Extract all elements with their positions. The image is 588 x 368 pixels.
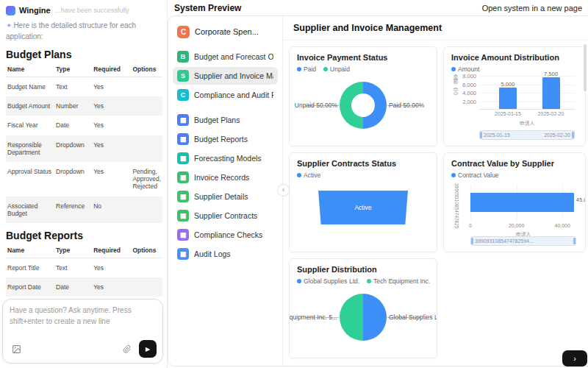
legend-item[interactable]: Amount — [451, 66, 479, 73]
legend-label: Global Supplies Ltd. — [304, 277, 359, 285]
legend-item[interactable]: Active — [297, 171, 320, 179]
brand-row: Wingine …have been successfully — [6, 4, 162, 16]
sidebar-item-corporate-spen[interactable]: CCorporate Spen... — [173, 23, 278, 40]
legend-item[interactable]: Global Supplies Ltd. — [297, 277, 359, 285]
table-icon: ▦ — [177, 152, 189, 164]
table-row: Report DateDateYes — [6, 277, 162, 297]
legend-dot-icon — [297, 279, 301, 283]
sidebar-collapse-button[interactable]: ‹ — [277, 184, 290, 197]
sidebar-item-invoice-records[interactable]: ▦Invoice Records — [173, 169, 278, 186]
value-label: 5,000 — [501, 81, 515, 88]
legend-item[interactable]: Tech Equipment Inc. — [367, 277, 430, 285]
legend-dot-icon — [297, 173, 301, 177]
chart-legend: Amount — [451, 66, 578, 73]
assistant-note-fragment: …have been successfully — [54, 7, 129, 14]
table-cell: Dropdown — [54, 135, 92, 162]
table-row: Responsible DepartmentDropdownYes — [6, 135, 162, 162]
sidebar-item-compliance-and-audit-repor[interactable]: CCompliance and Audit Repor... — [173, 86, 278, 104]
chart-card-supplier-distribution: Supplier DistributionGlobal Supplies Ltd… — [289, 258, 437, 358]
paperclip-icon[interactable] — [121, 342, 134, 355]
table-cell: Yes — [92, 116, 131, 135]
column-header: Required — [92, 62, 131, 77]
sidebar-item-label: Compliance and Audit Repor... — [194, 91, 273, 99]
table-cell: Yes — [92, 162, 131, 197]
legend-item[interactable]: Paid — [297, 66, 316, 73]
slider-handle[interactable] — [480, 132, 482, 138]
data-zoom-slider[interactable]: 2025-01-152025-02-20 — [479, 130, 575, 140]
slider-handle[interactable] — [471, 238, 473, 244]
sparkle-icon: ✦ — [6, 21, 12, 29]
legend-label: Contract Value — [458, 171, 499, 179]
sidebar-item-supplier-and-invoice-mana[interactable]: SSupplier and Invoice Mana... — [173, 67, 278, 85]
sidebar-item-budget-plans[interactable]: ▦Budget Plans — [173, 111, 278, 129]
table-cell — [131, 258, 162, 277]
slider-handle[interactable] — [573, 238, 576, 244]
column-header: Options — [131, 243, 162, 258]
value-label: 7,500 — [544, 71, 558, 77]
slider-handle[interactable] — [572, 132, 574, 138]
sidebar-item-budget-reports[interactable]: ▦Budget Reports — [173, 130, 278, 148]
table-cell — [131, 77, 162, 97]
chart-legend: Contract Value — [451, 171, 578, 179]
x-tick: 0 — [469, 223, 472, 228]
floating-action-button[interactable]: › — [562, 350, 587, 367]
plot-area: 5,0002025-01-157,5002025-02-20申请人 — [479, 76, 575, 110]
chart-card-supplier-contracts-status: Supplier Contracts StatusActiveActive — [289, 152, 437, 252]
legend-dot-icon — [451, 173, 456, 177]
assistant-message: ✦Here is the detailed structure for each… — [6, 20, 162, 42]
y-tick: 6,000 — [454, 82, 476, 88]
composer-toolbar: ▶ — [10, 340, 157, 358]
table-cell: Yes — [92, 77, 131, 97]
pie-chart — [340, 294, 387, 341]
slice-label: Tech Equipment Inc. 5... — [289, 314, 337, 321]
x-tick: 2025-02-20 — [538, 111, 564, 116]
table-cell: Pending, Approved, Rejected — [131, 162, 162, 197]
slider-end-label: 2025-02-20 — [544, 132, 570, 138]
chart-title: Supplier Contracts Status — [297, 159, 429, 168]
bar — [470, 193, 574, 212]
grid-line — [479, 102, 575, 102]
vertical-scrollbar[interactable] — [584, 44, 587, 91]
legend-item[interactable]: Unpaid — [323, 66, 350, 73]
y-category-label: 3990931085474782594 — [454, 183, 459, 229]
page-title-bar: Supplier and Invoice Management — [283, 16, 588, 40]
table-cell: Reference — [54, 197, 92, 223]
data-zoom-slider[interactable]: 3990931085474782594... — [470, 236, 576, 246]
chat-composer[interactable]: Have a question? Ask anytime. Press shif… — [2, 299, 163, 364]
chat-panel: Wingine …have been successfully ✦Here is… — [0, 0, 168, 368]
intro-text-line2: application: — [6, 32, 43, 40]
dashboard-cards: Invoice Payment StatusPaidUnpaidUnpaid 5… — [283, 40, 588, 366]
table-cell: Report Date — [6, 277, 54, 297]
column-header: Name — [6, 62, 54, 77]
table-icon: ▦ — [177, 114, 189, 126]
page-title: Supplier and Invoice Management — [293, 23, 442, 33]
chart-body: 金额（元）8,0006,0004,0002,0005,0002025-01-15… — [451, 74, 578, 142]
schema-tables: Budget PlansNameTypeRequiredOptionsBudge… — [6, 49, 162, 316]
table-cell — [131, 135, 162, 162]
sidebar-item-forecasting-models[interactable]: ▦Forecasting Models — [173, 149, 278, 167]
preview-frame: CCorporate Spen...BBudget and Forecast O… — [168, 15, 588, 367]
table-cell: Responsible Department — [6, 135, 54, 162]
table-cell: Number — [54, 96, 92, 116]
table-cell: Yes — [92, 277, 131, 297]
slider-start-label: 2025-01-15 — [484, 132, 510, 138]
column-header: Name — [6, 243, 54, 258]
grid-line — [479, 85, 575, 85]
sidebar-item-supplier-details[interactable]: ▦Supplier Details — [173, 188, 278, 205]
bar — [542, 77, 560, 109]
sidebar-item-label: Audit Logs — [194, 250, 231, 258]
table-cell — [131, 197, 162, 223]
sidebar-item-compliance-checks[interactable]: ▦Compliance Checks — [173, 226, 278, 244]
sidebar-item-budget-and-forecast-overvi[interactable]: BBudget and Forecast Overvi... — [173, 48, 278, 66]
sidebar-item-supplier-contracts[interactable]: ▦Supplier Contracts — [173, 207, 278, 224]
legend-item[interactable]: Contract Value — [451, 171, 499, 179]
wingine-logo-icon — [6, 6, 15, 15]
sidebar-item-audit-logs[interactable]: ▦Audit Logs — [173, 245, 278, 263]
preview-main: Supplier and Invoice Management Invoice … — [283, 16, 588, 366]
section-title: Budget Reports — [6, 230, 162, 241]
open-system-link[interactable]: Open system in a new page — [482, 4, 582, 13]
send-button[interactable]: ▶ — [139, 340, 157, 358]
composer-placeholder: Have a question? Ask anytime. Press shif… — [10, 305, 156, 327]
image-attach-icon[interactable] — [10, 342, 23, 355]
chart-card-contract-value-by-supplier: Contract Value by SupplierContract Value… — [443, 152, 586, 252]
